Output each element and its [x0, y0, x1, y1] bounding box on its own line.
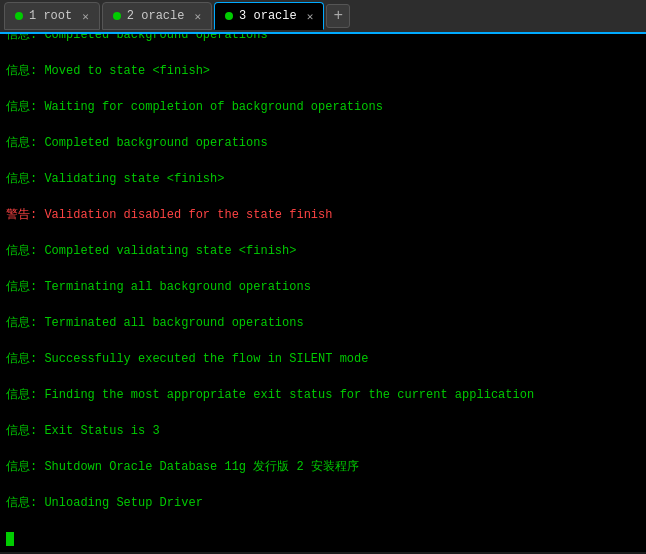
terminal-line: 信息: Completed background operations: [6, 34, 640, 44]
tab-label-tab3: 3 oracle: [239, 9, 297, 23]
terminal-cursor: [6, 532, 14, 546]
tab-dot-tab3: [225, 12, 233, 20]
terminal-line: 信息: Shutdown Oracle Database 11g 发行版 2 安…: [6, 458, 640, 476]
tab-close-tab1[interactable]: ✕: [82, 10, 89, 23]
tab-label-tab1: 1 root: [29, 9, 72, 23]
tab-tab2[interactable]: 2 oracle✕: [102, 2, 212, 30]
terminal-line: 信息: Successfully executed the flow in SI…: [6, 350, 640, 368]
tab-close-tab3[interactable]: ✕: [307, 10, 314, 23]
tab-tab1[interactable]: 1 root✕: [4, 2, 100, 30]
terminal-line: 信息: Terminated all background operations: [6, 314, 640, 332]
terminal-line: 信息: Completed validating state <finish>: [6, 242, 640, 260]
new-tab-button[interactable]: +: [326, 4, 350, 28]
terminal-line: 信息: Finding the most appropriate exit st…: [6, 386, 640, 404]
tab-dot-tab1: [15, 12, 23, 20]
terminal-line: 信息: Moved to state <finish>: [6, 62, 640, 80]
tab-tab3[interactable]: 3 oracle✕: [214, 2, 324, 30]
terminal-line: 信息: Unloading Setup Driver: [6, 494, 640, 512]
terminal-output: 信息: Cleaning up, please wait... 信息: Disp…: [0, 34, 646, 552]
terminal-line: 信息: Completed background operations: [6, 134, 640, 152]
terminal-line: 信息: Exit Status is 3: [6, 422, 640, 440]
terminal-line: 信息: Waiting for completion of background…: [6, 98, 640, 116]
tab-close-tab2[interactable]: ✕: [194, 10, 201, 23]
tab-dot-tab2: [113, 12, 121, 20]
terminal-line: 警告: Validation disabled for the state fi…: [6, 206, 640, 224]
tab-label-tab2: 2 oracle: [127, 9, 185, 23]
tab-bar: 1 root✕2 oracle✕3 oracle✕+: [0, 0, 646, 34]
terminal-line: 信息: Terminating all background operation…: [6, 278, 640, 296]
terminal-line: 信息: Validating state <finish>: [6, 170, 640, 188]
